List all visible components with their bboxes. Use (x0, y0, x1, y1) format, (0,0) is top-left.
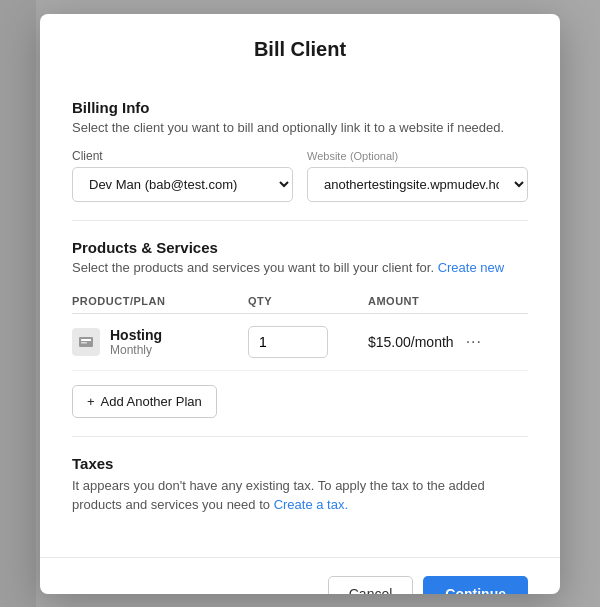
client-label: Client (72, 149, 293, 163)
product-info: Hosting Monthly (72, 327, 248, 357)
amount-text: $15.00/month (368, 334, 454, 350)
amount-cell: $15.00/month ··· (368, 331, 528, 353)
modal-footer: Cancel Continue (40, 557, 560, 594)
create-tax-link[interactable]: Create a tax. (274, 497, 348, 512)
billing-info-title: Billing Info (72, 99, 528, 116)
row-options-button[interactable]: ··· (462, 331, 486, 353)
continue-button[interactable]: Continue (423, 576, 528, 594)
qty-input[interactable] (248, 326, 328, 358)
billing-info-section: Billing Info Select the client you want … (72, 81, 528, 202)
modal-body: Billing Info Select the client you want … (40, 81, 560, 543)
add-plan-label: Add Another Plan (101, 394, 202, 409)
client-select[interactable]: Dev Man (bab@test.com) (72, 167, 293, 202)
product-name: Hosting (110, 327, 162, 343)
svg-rect-2 (81, 342, 87, 344)
product-icon (72, 328, 100, 356)
products-table-header: PRODUCT/PLAN QTY AMOUNT (72, 289, 528, 314)
billing-info-desc: Select the client you want to bill and o… (72, 120, 528, 135)
col-amount: AMOUNT (368, 295, 528, 307)
products-title: Products & Services (72, 239, 528, 256)
qty-cell (248, 326, 368, 358)
website-select[interactable]: anothertestingsite.wpmudev.host (307, 167, 528, 202)
taxes-title: Taxes (72, 455, 528, 472)
products-desc: Select the products and services you wan… (72, 260, 528, 275)
products-section: Products & Services Select the products … (72, 221, 528, 418)
plus-icon: + (87, 394, 95, 409)
modal-title-bar: Bill Client (40, 14, 560, 81)
client-field: Client Dev Man (bab@test.com) (72, 149, 293, 202)
bill-client-modal: Bill Client Billing Info Select the clie… (40, 14, 560, 594)
website-label: Website (Optional) (307, 149, 528, 163)
taxes-section: Taxes It appears you don't have any exis… (72, 437, 528, 515)
modal-title: Bill Client (72, 38, 528, 61)
taxes-desc: It appears you don't have any existing t… (72, 476, 528, 515)
col-qty: QTY (248, 295, 368, 307)
product-sub: Monthly (110, 343, 162, 357)
create-new-link[interactable]: Create new (438, 260, 504, 275)
modal-backdrop: Bill Client Billing Info Select the clie… (0, 0, 600, 607)
cancel-button[interactable]: Cancel (328, 576, 414, 594)
website-field: Website (Optional) anothertestingsite.wp… (307, 149, 528, 202)
svg-rect-1 (81, 339, 91, 341)
billing-grid: Client Dev Man (bab@test.com) Website (O… (72, 149, 528, 202)
table-row: Hosting Monthly $15.00/month ··· (72, 314, 528, 371)
col-product: PRODUCT/PLAN (72, 295, 248, 307)
add-another-plan-button[interactable]: + Add Another Plan (72, 385, 217, 418)
